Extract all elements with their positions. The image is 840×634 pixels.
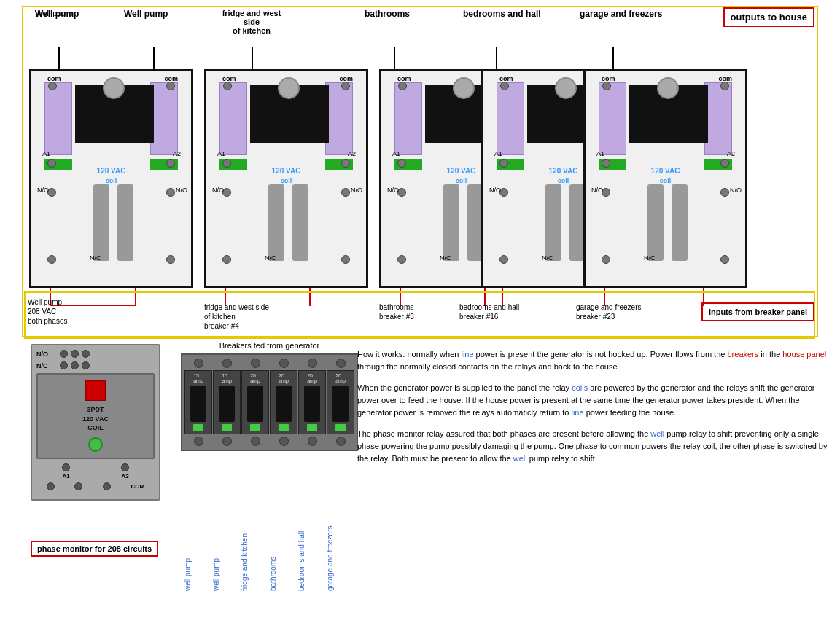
pm-red-indicator <box>85 380 106 401</box>
relay5-a1: A1 <box>596 150 604 157</box>
pm-green-indicator <box>88 437 103 452</box>
relay3-no-left: N/O <box>387 187 399 194</box>
relay1-nc: N/C <box>90 254 101 262</box>
relay1-screw-br <box>166 188 175 197</box>
relay1-no-left: N/O <box>37 187 49 194</box>
breakers-section: Breakers fed from generator 15amp 15amp <box>181 341 358 451</box>
vertical-labels-container: well pump well pump fridge and kitchen b… <box>184 500 354 595</box>
explanation-para1: How it works: normally when line power i… <box>357 348 830 373</box>
relay1-screw-a1 <box>47 159 56 168</box>
fridge-kitchen-label: fridge and west sideof kitchen <box>215 9 288 35</box>
relay1-a1: A1 <box>42 150 50 157</box>
relay1-screw-nc-r <box>166 255 175 264</box>
relay2-a2: A2 <box>348 150 356 157</box>
bottom-yellow-box <box>24 291 815 339</box>
relay1-screw-nc-l <box>47 255 56 264</box>
explanation-para3: The phase monitor relay assured that bot… <box>357 428 830 465</box>
relay5-nc: N/C <box>644 254 656 262</box>
relay1-screw-a2 <box>166 159 175 168</box>
pm-body-text: 3PDT120 VACCOIL <box>44 405 147 433</box>
phase-monitor-label-box: phase monitor for 208 circuits <box>31 541 158 557</box>
relay3-a1: A1 <box>392 150 400 157</box>
relay5-a2: A2 <box>727 150 735 157</box>
relay4-bottom-label: bedrooms and hallbreaker #16 <box>459 302 519 321</box>
pm-no-label: N/O <box>36 351 57 358</box>
relay1-a2: A2 <box>173 150 181 157</box>
relay2-no-left: N/O <box>212 187 224 194</box>
relay1-coil-text: 120 VACcoil <box>97 166 126 186</box>
relay4-a1: A1 <box>494 150 502 157</box>
relay1-screw-tl <box>48 82 57 90</box>
relay5-bottom-label: garage and freezersbreaker #23 <box>576 302 642 321</box>
pm-a2-label: A2 <box>121 473 128 480</box>
explanation-para2: When the generator power is supplied to … <box>357 382 830 419</box>
pm-com-label: COM <box>131 483 145 490</box>
relay3-nc: N/C <box>440 254 451 262</box>
relay2-no-right: N/O <box>351 187 362 194</box>
relay5-no-left: N/O <box>591 187 603 194</box>
relay4-no-left: N/O <box>489 187 501 194</box>
vert-label-4: bathrooms <box>269 500 297 595</box>
explanation-section: How it works: normally when line power i… <box>357 348 830 465</box>
relay5-no-right: N/O <box>730 187 742 194</box>
relay5-box: 120 VACcoil com com A1 A2 N/O N/O N/C <box>583 69 747 288</box>
relay1-box: 120 VACcoil com com A1 A2 N/O N/O N/C <box>29 69 193 288</box>
vert-label-1: well pump <box>184 500 211 595</box>
well-pump-label-2: Well pump <box>124 9 168 19</box>
relay2-nc: N/C <box>265 254 276 262</box>
pm-nc-label: N/C <box>36 362 57 369</box>
phase-monitor-device: N/O N/C 3PDT120 VACCOIL A1 A2 COM <box>31 344 160 501</box>
relay1-no-right: N/O <box>176 187 187 194</box>
bathrooms-label: bathrooms <box>365 9 410 19</box>
vert-label-5: bedrooms and hall <box>298 500 325 595</box>
relay4-coil-text: 120 VACcoil <box>549 166 578 186</box>
relay1-screw-tr <box>166 82 175 90</box>
relay2-a1: A1 <box>217 150 225 157</box>
inputs-from-breaker-panel-box: inputs from breaker panel <box>701 302 814 321</box>
relay2-bottom-label: fridge and west sideof kitchenbreaker #4 <box>204 302 269 331</box>
outputs-to-house-box: outputs to house <box>723 7 814 27</box>
bedrooms-hall-label: bedrooms and hall <box>463 9 541 19</box>
breakers-title: Breakers fed from generator <box>181 341 358 350</box>
relay3-bottom-label: bathroomsbreaker #3 <box>379 302 414 321</box>
relay2-box: 120 VACcoil com com A1 A2 N/O N/O N/C <box>204 69 368 288</box>
relay4-nc: N/C <box>542 254 553 262</box>
vert-label-2: well pump <box>212 500 240 595</box>
well-pump-label-1: Well pump <box>35 9 79 19</box>
pm-a1-label: A1 <box>62 473 69 480</box>
relay1-bottom-label: Well pump208 VACboth phases <box>28 297 68 326</box>
vert-label-3: fridge and kitchen <box>241 500 268 595</box>
vert-label-6: garage and freezers <box>326 500 354 595</box>
relay5-coil-text: 120 VACcoil <box>651 166 680 186</box>
garage-freezers-label: garage and freezers <box>580 9 662 19</box>
relay2-coil-text: 120 VACcoil <box>272 166 301 186</box>
relay3-coil-text: 120 VACcoil <box>447 166 476 186</box>
